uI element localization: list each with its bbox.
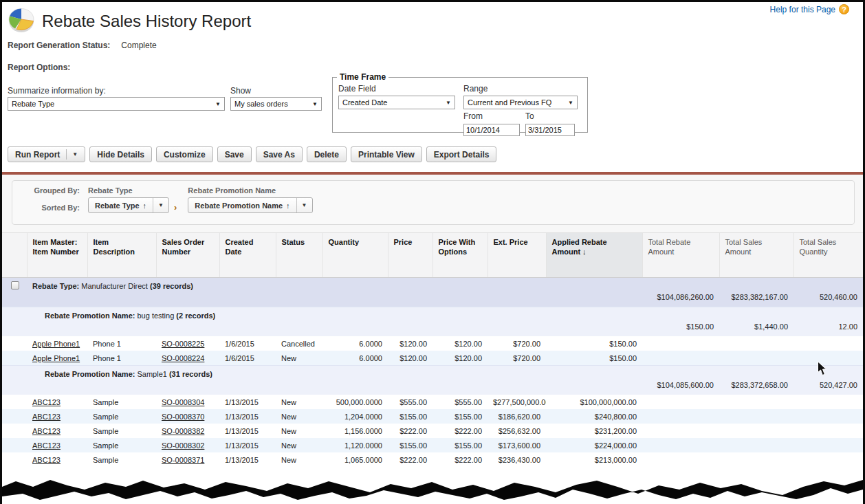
customize-button[interactable]: Customize [156,146,213,162]
sort-dropdown-label: Rebate Type [95,201,140,210]
toolbar: Run Report▼Hide DetailsCustomizeSaveSave… [8,146,496,162]
help-link[interactable]: Help for this Page [770,5,835,14]
item-link[interactable]: ABC123 [32,456,61,464]
item-description-cell: Sample [87,409,156,424]
item-link[interactable]: ABC123 [32,398,61,406]
totals-spacer-cell [2,292,642,307]
status-cell: New [276,452,322,467]
group-value: Manufacturer Direct [79,282,150,290]
item-link[interactable]: Apple Phone1 [32,340,80,348]
sort-dropdown-rebate-type[interactable]: Rebate Type↑ ▼ [88,197,169,213]
item-cell: Apple Phone1 [27,336,87,351]
sales-order-link[interactable]: SO-0008371 [162,456,204,464]
item-cell: ABC123 [27,395,87,409]
applied-rebate-amount-cell: $213,000.00 [546,452,642,467]
sales-order-link[interactable]: SO-0008302 [162,441,204,450]
printable-view-button[interactable]: Printable View [351,146,422,162]
item-link[interactable]: ABC123 [32,413,61,421]
totals-spacer-cell [2,321,642,336]
group-checkbox[interactable] [11,281,19,289]
column-header-price-with-options[interactable]: Price With Options [432,233,488,277]
status-cell: Cancelled [276,336,322,351]
column-header-created-date[interactable]: Created Date [219,233,276,277]
item-description-cell: Sample [87,395,156,409]
sales-order-link[interactable]: SO-0008370 [162,413,204,421]
group-checkbox-cell [2,277,27,292]
column-header-item-description[interactable]: Item Description [87,233,156,277]
mouse-cursor [817,361,828,376]
group-record-count: (31 records) [169,370,212,378]
save-as-button[interactable]: Save As [256,146,303,162]
group-totals-row: $150.00$1,440.0012.00 [2,321,863,336]
date-field-select[interactable]: Created Date ▼ [338,96,455,109]
total-rebate-amount-cell: $150.00 [642,321,719,336]
chevron-down-icon[interactable]: ▼ [296,198,312,212]
ext-price-cell: $173,600.00 [488,438,546,452]
status-cell: New [276,438,322,452]
group-label-cell: Rebate Type: Manufacturer Direct (39 rec… [27,277,863,292]
column-header-label: Item Description [94,238,135,256]
column-header-sales-order-number[interactable]: Sales Order Number [156,233,219,277]
range-select[interactable]: Current and Previous FQ ▼ [463,96,578,109]
show-select[interactable]: My sales orders ▼ [230,97,322,111]
sales-order-cell: SO-0008382 [156,424,219,438]
to-date-input[interactable] [525,124,575,136]
sorted-by-label: Sorted By: [21,199,80,216]
column-header-status[interactable]: Status [276,233,322,277]
save-button[interactable]: Save [217,146,252,162]
column-header-quantity[interactable]: Quantity [322,233,388,277]
sales-order-link[interactable]: SO-0008304 [162,398,204,406]
table-row: ABC123SampleSO-00083711/13/2015New1,065.… [2,452,863,467]
column-header-applied-rebate-amount[interactable]: Applied Rebate Amount ↓ [546,233,642,277]
hide-details-button[interactable]: Hide Details [89,146,152,162]
export-details-button[interactable]: Export Details [426,146,497,162]
column-header-label: Total Rebate Amount [648,238,691,256]
column-header-total-rebate-amount[interactable]: Total Rebate Amount [642,233,719,277]
applied-rebate-amount-cell: $150.00 [546,351,642,366]
table-row: ABC123SampleSO-00083021/13/2015New1,120.… [2,438,863,452]
item-cell: ABC123 [27,424,87,438]
sort-dropdown-rebate-promotion-name[interactable]: Rebate Promotion Name↑ ▼ [188,197,312,213]
summarize-by-select[interactable]: Rebate Type ▼ [8,97,225,111]
column-header-total-sales-quantity[interactable]: Total Sales Quantity [793,233,863,277]
column-header-total-sales-amount[interactable]: Total Sales Amount [719,233,793,277]
item-link[interactable]: ABC123 [32,427,61,435]
quantity-cell: 1,156.0000 [322,424,388,438]
quantity-cell: 1,120.0000 [322,438,388,452]
sales-order-link[interactable]: SO-0008224 [162,354,204,362]
created-date-cell: 1/13/2015 [219,424,276,438]
run-report-menu-caret-icon[interactable]: ▼ [66,149,78,160]
button-label: Run Report [15,150,60,160]
table-header-row: Item Master: Item NumberItem Description… [2,233,863,277]
column-header-label: Applied Rebate Amount [552,238,607,256]
price-with-options-cell: $555.00 [432,395,488,409]
sales-order-link[interactable]: SO-0008225 [162,340,204,348]
item-link[interactable]: ABC123 [32,441,61,450]
chevron-down-icon[interactable]: ▼ [153,198,168,212]
from-label: From [463,111,520,121]
from-date-input[interactable] [463,124,520,136]
item-description-cell: Sample [87,438,156,452]
run-report-button[interactable]: Run Report▼ [8,146,85,162]
applied-rebate-amount-cell: $150.00 [546,336,642,351]
report-generation-status-value: Complete [121,41,156,50]
aggregate-empty-cell [642,452,863,467]
sales-order-link[interactable]: SO-0008382 [162,427,204,435]
column-header-ext-price[interactable]: Ext. Price [488,233,546,277]
aggregate-empty-cell [642,409,863,424]
column-header-price[interactable]: Price [388,233,432,277]
item-cell: ABC123 [27,452,87,467]
grouping-panel: Grouped By: Sorted By: Rebate Type Rebat… [12,180,855,225]
created-date-cell: 1/13/2015 [219,395,276,409]
price-with-options-cell: $155.00 [432,438,488,452]
price-cell: $555.00 [388,395,432,409]
quantity-cell: 500,000.0000 [322,395,388,409]
help-icon[interactable]: ? [839,4,849,14]
column-header-item-master-item-number[interactable]: Item Master: Item Number [27,233,87,277]
report-generation-status-label: Report Generation Status: [8,41,110,50]
item-link[interactable]: Apple Phone1 [32,354,80,362]
created-date-cell: 1/6/2015 [219,351,276,366]
delete-button[interactable]: Delete [307,146,347,162]
created-date-cell: 1/13/2015 [219,452,276,467]
total-sales-quantity-cell: 520,427.00 [793,380,863,395]
